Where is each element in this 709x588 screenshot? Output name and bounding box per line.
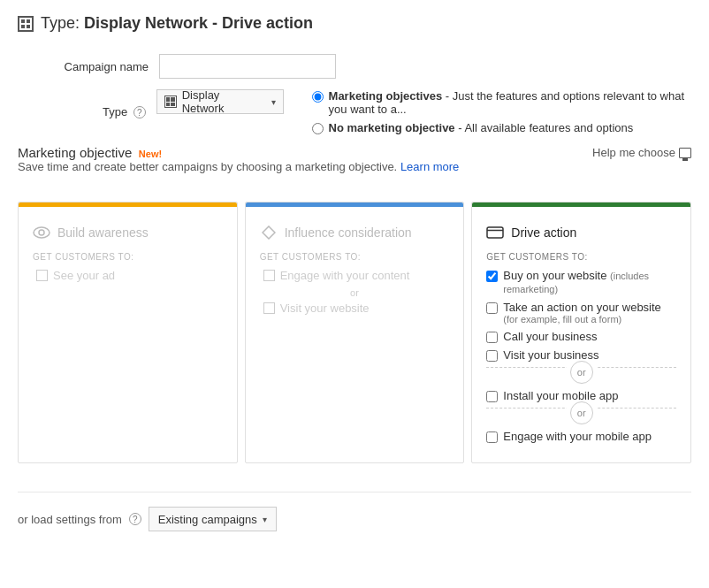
card-payment-icon [486,224,504,241]
checkbox-engage-app[interactable] [486,431,498,443]
or-divider-2: or [486,408,676,424]
action-item-engage-app: Engage with your mobile app [486,430,676,443]
checkbox-call[interactable] [486,332,498,343]
awareness-title: Build awareness [57,225,149,240]
action-title: Drive action [511,225,576,240]
or-badge-2: or [570,401,593,424]
consideration-title: Influence consideration [285,225,412,240]
awareness-item-see-ad: See your ad [33,269,223,282]
consideration-bar [246,202,464,207]
type-dropdown-text: Display Network [182,88,263,115]
type-label: Type ? [18,105,156,119]
action-item-buy: Buy on your website (includes remarketin… [486,269,676,295]
checkbox-take-action[interactable] [486,302,498,314]
campaign-name-input[interactable] [159,54,336,79]
action-bar [472,202,690,207]
page-title-bar: Type: Display Network - Drive action [18,14,691,33]
objectives-row: Build awareness GET CUSTOMERS TO: See yo… [18,202,691,463]
consideration-or: or [260,287,450,298]
awareness-card[interactable]: Build awareness GET CUSTOMERS TO: See yo… [18,202,238,463]
consideration-item-visit: Visit your website [260,302,450,315]
footer-dropdown-arrow: ▾ [263,515,267,524]
footer-row: or load settings from ? Existing campaig… [18,492,691,531]
footer-help-icon[interactable]: ? [129,513,141,525]
page-title: Type: Display Network - Drive action [41,14,313,33]
action-header: Drive action [486,224,676,241]
objective-radio-group: Marketing objectives - Just the features… [312,89,691,134]
or-badge-1: or [570,361,593,384]
consideration-item-engage: Engage with your content [260,269,450,282]
consideration-header: Influence consideration [260,224,450,241]
radio-no-marketing-row: No marketing objective - All available f… [312,121,691,134]
diamond-icon [260,224,278,241]
footer-label: or load settings from [18,513,122,526]
marketing-objective-section: Marketing objective New! Help me choose … [18,145,691,173]
campaign-name-label: Campaign name [18,60,159,73]
svg-point-0 [34,227,50,238]
new-badge: New! [139,149,162,159]
svg-marker-2 [263,226,275,239]
section-subtitle: Save time and create better campaigns by… [18,160,691,173]
type-row: Type ? Display Network ▾ Marketing objec… [18,89,691,134]
checkbox-buy[interactable] [486,271,498,282]
grid-icon [18,16,34,32]
network-icon [164,95,177,108]
consideration-customers-label: GET CUSTOMERS TO: [260,252,450,262]
svg-point-1 [39,230,44,235]
eye-icon [33,224,50,241]
or-divider-1: or [486,367,676,384]
radio-marketing-label[interactable]: Marketing objectives - Just the features… [329,89,691,116]
action-card[interactable]: Drive action GET CUSTOMERS TO: Buy on yo… [471,202,691,463]
section-title: Marketing objective [18,145,132,160]
dropdown-arrow: ▾ [271,97,276,107]
awareness-customers-label: GET CUSTOMERS TO: [33,252,223,262]
type-dropdown[interactable]: Display Network ▾ [156,89,284,114]
svg-rect-3 [487,227,503,238]
existing-campaigns-text: Existing campaigns [158,513,257,526]
action-item-install-app: Install your mobile app [486,389,676,402]
action-item-visit-business: Visit your business [486,348,676,362]
type-help-icon[interactable]: ? [133,106,146,118]
monitor-icon [679,148,691,158]
action-customers-label: GET CUSTOMERS TO: [486,252,676,262]
radio-no-marketing-label[interactable]: No marketing objective - All available f… [329,121,634,134]
consideration-card[interactable]: Influence consideration GET CUSTOMERS TO… [245,202,465,463]
learn-more-link[interactable]: Learn more [400,160,459,173]
help-me-choose-button[interactable]: Help me choose [592,146,691,159]
radio-marketing[interactable] [312,91,324,103]
radio-no-marketing[interactable] [312,123,324,134]
awareness-bar [19,202,237,207]
action-item-call: Call your business [486,330,676,343]
action-item-take-action: Take an action on your website (for exam… [486,301,676,325]
radio-marketing-row: Marketing objectives - Just the features… [312,89,691,116]
campaign-name-row: Campaign name [18,54,691,79]
awareness-header: Build awareness [33,224,223,241]
existing-campaigns-dropdown[interactable]: Existing campaigns ▾ [149,507,277,531]
